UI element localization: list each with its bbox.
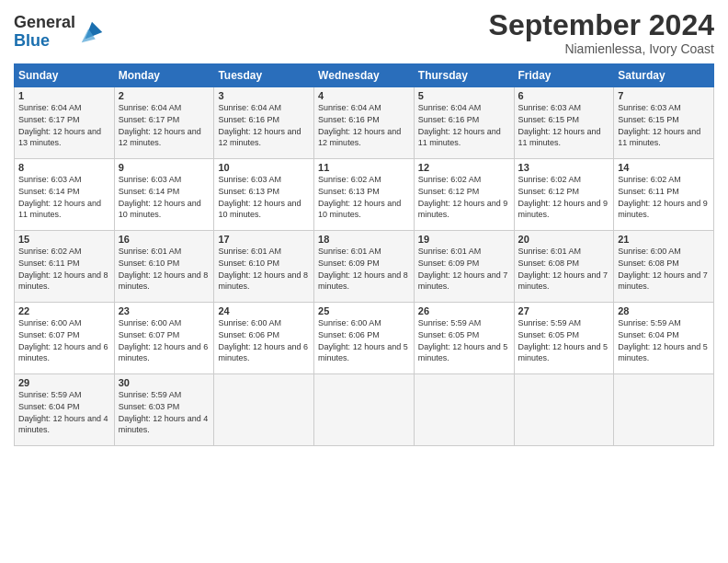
cell-sunset: Sunset: 6:04 PM — [18, 402, 80, 411]
day-number: 30 — [119, 377, 210, 388]
month-title: September 2024 — [489, 9, 714, 41]
cell-daylight: Daylight: 12 hours and 7 minutes. — [618, 270, 708, 292]
cell-sunset: Sunset: 6:17 PM — [119, 115, 180, 124]
calendar-week-row: 15Sunrise: 6:02 AMSunset: 6:11 PMDayligh… — [15, 231, 714, 303]
calendar-week-row: 22Sunrise: 6:00 AMSunset: 6:07 PMDayligh… — [15, 303, 714, 374]
calendar-cell: 30Sunrise: 5:59 AMSunset: 6:03 PMDayligh… — [114, 374, 214, 446]
calendar-cell: 26Sunrise: 5:59 AMSunset: 6:05 PMDayligh… — [414, 303, 514, 374]
day-number: 23 — [119, 305, 210, 316]
day-number: 22 — [18, 305, 110, 316]
col-friday: Friday — [514, 64, 614, 87]
cell-daylight: Daylight: 12 hours and 5 minutes. — [518, 342, 609, 363]
calendar-week-row: 8Sunrise: 6:03 AMSunset: 6:14 PMDaylight… — [15, 159, 714, 231]
cell-sunset: Sunset: 6:16 PM — [318, 115, 380, 124]
cell-sunset: Sunset: 6:10 PM — [119, 259, 180, 268]
day-number: 2 — [119, 90, 210, 101]
col-tuesday: Tuesday — [214, 64, 314, 87]
cell-sunset: Sunset: 6:09 PM — [318, 259, 380, 268]
day-number: 29 — [18, 377, 110, 388]
cell-daylight: Daylight: 12 hours and 6 minutes. — [18, 342, 108, 363]
cell-sunrise: Sunrise: 6:04 AM — [18, 103, 82, 112]
cell-sunrise: Sunrise: 6:01 AM — [218, 247, 281, 256]
calendar-cell: 15Sunrise: 6:02 AMSunset: 6:11 PMDayligh… — [15, 231, 115, 303]
cell-daylight: Daylight: 12 hours and 9 minutes. — [418, 199, 508, 220]
day-number: 15 — [18, 234, 110, 245]
cell-sunset: Sunset: 6:11 PM — [18, 259, 80, 268]
day-number: 12 — [418, 162, 510, 173]
calendar-cell: 29Sunrise: 5:59 AMSunset: 6:04 PMDayligh… — [15, 374, 115, 446]
calendar-cell: 7Sunrise: 6:03 AMSunset: 6:15 PMDaylight… — [614, 87, 714, 159]
calendar-cell: 27Sunrise: 5:59 AMSunset: 6:05 PMDayligh… — [514, 303, 614, 374]
calendar-cell: 2Sunrise: 6:04 AMSunset: 6:17 PMDaylight… — [114, 87, 214, 159]
cell-sunrise: Sunrise: 6:02 AM — [18, 247, 82, 256]
cell-sunset: Sunset: 6:16 PM — [418, 115, 480, 124]
cell-sunrise: Sunrise: 6:01 AM — [418, 247, 482, 256]
cell-daylight: Daylight: 12 hours and 11 minutes. — [518, 127, 601, 148]
cell-daylight: Daylight: 12 hours and 11 minutes. — [18, 199, 101, 220]
calendar-cell: 4Sunrise: 6:04 AMSunset: 6:16 PMDaylight… — [314, 87, 415, 159]
calendar-cell: 24Sunrise: 6:00 AMSunset: 6:06 PMDayligh… — [214, 303, 314, 374]
logo: General Blue — [14, 14, 106, 51]
col-monday: Monday — [114, 64, 214, 87]
cell-daylight: Daylight: 12 hours and 7 minutes. — [418, 270, 508, 292]
cell-sunset: Sunset: 6:14 PM — [119, 187, 180, 196]
cell-sunrise: Sunrise: 6:02 AM — [418, 175, 482, 184]
cell-daylight: Daylight: 12 hours and 12 minutes. — [318, 127, 401, 148]
cell-sunrise: Sunrise: 6:03 AM — [218, 175, 281, 184]
cell-sunrise: Sunrise: 6:04 AM — [418, 103, 482, 112]
cell-sunrise: Sunrise: 6:00 AM — [318, 318, 381, 327]
cell-sunrise: Sunrise: 6:00 AM — [618, 247, 681, 256]
cell-daylight: Daylight: 12 hours and 8 minutes. — [18, 270, 108, 292]
cell-sunrise: Sunrise: 6:02 AM — [318, 175, 381, 184]
logo-text-block: General Blue — [14, 14, 106, 51]
calendar-cell: 8Sunrise: 6:03 AMSunset: 6:14 PMDaylight… — [15, 159, 115, 231]
cell-sunrise: Sunrise: 6:01 AM — [518, 247, 582, 256]
calendar-cell — [414, 374, 514, 446]
cell-daylight: Daylight: 12 hours and 11 minutes. — [618, 127, 700, 148]
cell-sunset: Sunset: 6:05 PM — [418, 330, 480, 339]
day-number: 14 — [618, 162, 710, 173]
col-wednesday: Wednesday — [314, 64, 415, 87]
calendar-cell — [314, 374, 415, 446]
cell-daylight: Daylight: 12 hours and 8 minutes. — [119, 270, 209, 292]
cell-sunrise: Sunrise: 6:04 AM — [218, 103, 281, 112]
calendar-cell: 18Sunrise: 6:01 AMSunset: 6:09 PMDayligh… — [314, 231, 415, 303]
calendar-cell: 12Sunrise: 6:02 AMSunset: 6:12 PMDayligh… — [414, 159, 514, 231]
cell-sunrise: Sunrise: 6:01 AM — [318, 247, 381, 256]
cell-sunrise: Sunrise: 5:59 AM — [18, 390, 82, 399]
calendar-cell: 28Sunrise: 5:59 AMSunset: 6:04 PMDayligh… — [614, 303, 714, 374]
cell-sunset: Sunset: 6:03 PM — [119, 402, 180, 411]
cell-daylight: Daylight: 12 hours and 7 minutes. — [518, 270, 609, 292]
calendar-cell: 9Sunrise: 6:03 AMSunset: 6:14 PMDaylight… — [114, 159, 214, 231]
cell-sunrise: Sunrise: 6:04 AM — [318, 103, 381, 112]
cell-daylight: Daylight: 12 hours and 9 minutes. — [518, 199, 609, 220]
cell-daylight: Daylight: 12 hours and 12 minutes. — [119, 127, 201, 148]
cell-sunrise: Sunrise: 6:02 AM — [518, 175, 582, 184]
cell-daylight: Daylight: 12 hours and 5 minutes. — [618, 342, 708, 363]
calendar-cell: 10Sunrise: 6:03 AMSunset: 6:13 PMDayligh… — [214, 159, 314, 231]
logo-icon — [78, 18, 106, 46]
day-number: 7 — [618, 90, 710, 101]
day-number: 24 — [218, 305, 310, 316]
day-number: 16 — [119, 234, 210, 245]
cell-daylight: Daylight: 12 hours and 4 minutes. — [18, 414, 108, 435]
location: Niamienlessa, Ivory Coast — [489, 41, 714, 56]
calendar-cell: 23Sunrise: 6:00 AMSunset: 6:07 PMDayligh… — [114, 303, 214, 374]
cell-sunrise: Sunrise: 6:00 AM — [119, 318, 182, 327]
cell-sunset: Sunset: 6:08 PM — [518, 259, 580, 268]
logo-general: General — [14, 14, 75, 32]
cell-daylight: Daylight: 12 hours and 10 minutes. — [218, 199, 301, 220]
logo-blue: Blue — [14, 32, 75, 51]
day-number: 5 — [418, 90, 510, 101]
cell-sunset: Sunset: 6:13 PM — [218, 187, 279, 196]
cell-sunset: Sunset: 6:14 PM — [18, 187, 80, 196]
cell-sunrise: Sunrise: 5:59 AM — [518, 318, 582, 327]
cell-daylight: Daylight: 12 hours and 8 minutes. — [318, 270, 408, 292]
cell-sunset: Sunset: 6:09 PM — [418, 259, 480, 268]
day-number: 25 — [318, 305, 410, 316]
cell-sunrise: Sunrise: 6:03 AM — [18, 175, 82, 184]
calendar-cell: 5Sunrise: 6:04 AMSunset: 6:16 PMDaylight… — [414, 87, 514, 159]
day-number: 17 — [218, 234, 310, 245]
day-number: 9 — [119, 162, 210, 173]
cell-daylight: Daylight: 12 hours and 11 minutes. — [418, 127, 501, 148]
